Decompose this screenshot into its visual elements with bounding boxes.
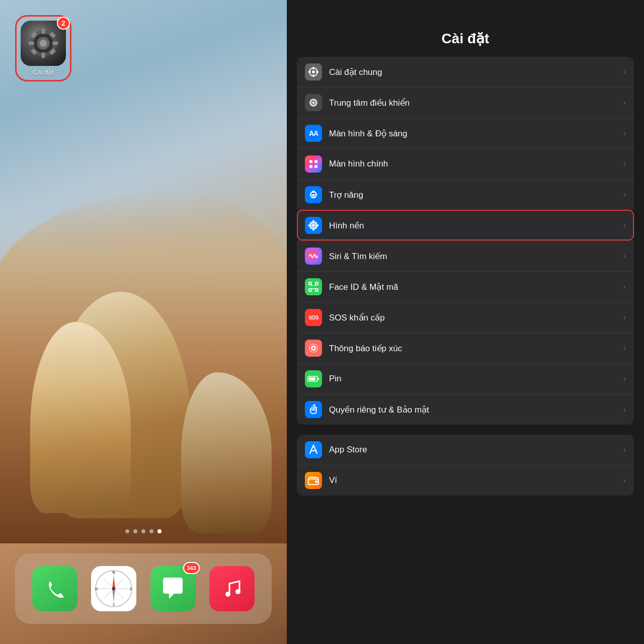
chevron-icon: › (623, 252, 626, 261)
accessibility-label: Trợ năng (329, 190, 619, 200)
gear-icon (26, 26, 61, 61)
dock-safari-app[interactable]: N S W E (91, 566, 136, 611)
svg-point-26 (235, 589, 240, 594)
svg-point-47 (312, 227, 315, 231)
svg-rect-57 (315, 289, 318, 291)
chevron-icon: › (623, 344, 626, 353)
page-dot-4 (149, 529, 153, 533)
page-dot-1 (125, 529, 129, 533)
settings-item-battery[interactable]: Pin › (297, 363, 634, 394)
appstore-label: App Store (329, 445, 619, 455)
svg-text:W: W (95, 587, 99, 591)
settings-item-privacy[interactable]: Quyền riêng tư & Bảo mật › (297, 394, 634, 425)
svg-point-46 (312, 220, 315, 224)
privacy-label: Quyền riêng tư & Bảo mật (329, 405, 619, 415)
svg-point-28 (312, 70, 315, 73)
general-icon (305, 63, 322, 80)
siri-icon (305, 248, 322, 265)
safari-icon: N S W E (94, 569, 134, 609)
chevron-icon: › (623, 374, 626, 383)
svg-rect-38 (309, 165, 312, 168)
settings-item-wallet[interactable]: Ví › (297, 465, 634, 496)
svg-point-45 (312, 224, 315, 227)
svg-rect-5 (42, 52, 45, 58)
display-label: Màn hình & Độ sáng (329, 128, 619, 139)
settings-group-1: Cài đặt chung › Trung tâm điều khiển › (297, 57, 634, 425)
settings-item-appstore[interactable]: App Store › (297, 435, 634, 465)
settings-group-2: App Store › Ví › (297, 435, 634, 496)
siri-waveform-icon (308, 251, 318, 261)
chevron-icon: › (623, 476, 626, 485)
settings-app-label: Cài đặt (21, 68, 66, 76)
settings-item-wallpaper[interactable]: Hình nền › (297, 210, 634, 240)
chevron-icon: › (623, 221, 626, 230)
svg-point-59 (314, 285, 315, 286)
settings-item-accessibility[interactable]: Trợ năng › (297, 179, 634, 210)
grid-icon (308, 159, 318, 169)
svg-rect-64 (317, 378, 319, 380)
phone-icon (42, 576, 67, 601)
home-screen: 2 Cài đặt (0, 0, 287, 644)
svg-text:S: S (113, 603, 115, 606)
hand-icon (308, 404, 319, 415)
settings-item-exposure[interactable]: Thông báo tiếp xúc › (297, 333, 634, 363)
settings-header: Cài đặt (287, 0, 644, 57)
svg-point-25 (225, 592, 230, 597)
wallet-label: Ví (329, 475, 619, 486)
wallpaper-background (0, 0, 287, 644)
svg-point-20 (112, 587, 115, 590)
svg-point-62 (312, 347, 314, 349)
sos-icon: SOS (305, 309, 322, 326)
svg-point-3 (40, 40, 47, 47)
settings-item-home-screen[interactable]: Màn hình chính › (297, 148, 634, 179)
svg-rect-54 (309, 282, 311, 285)
app-dock: N S W E 343 (15, 553, 272, 624)
settings-item-siri[interactable]: Siri & Tìm kiếm › (297, 240, 634, 271)
chevron-icon: › (623, 445, 626, 454)
faceid-label: Face ID & Mật mã (329, 282, 619, 292)
wallet-icon (305, 472, 322, 489)
chevron-icon: › (623, 98, 626, 107)
settings-item-faceid[interactable]: Face ID & Mật mã › (297, 271, 634, 302)
chevron-icon: › (623, 313, 626, 322)
dock-messages-app[interactable]: 343 (150, 566, 196, 611)
svg-point-35 (312, 102, 315, 104)
settings-item-control-center[interactable]: Trung tâm điều khiển › (297, 87, 634, 118)
home-screen-label: Màn hình chính (329, 159, 619, 169)
messages-badge: 343 (183, 562, 199, 574)
messages-icon (159, 575, 187, 603)
page-dot-5-active (157, 529, 162, 533)
dock-phone-app[interactable] (32, 566, 77, 611)
settings-item-display[interactable]: AA Màn hình & Độ sáng › (297, 118, 634, 148)
svg-rect-55 (315, 282, 318, 285)
control-center-label: Trung tâm điều khiển (329, 98, 619, 108)
settings-app-selected-container: 2 Cài đặt (15, 15, 71, 82)
page-dot-3 (141, 529, 145, 533)
chevron-icon: › (623, 67, 626, 76)
exposure-label: Thông báo tiếp xúc (329, 343, 619, 354)
settings-panel: Cài đặt Cài đặt chung › (287, 0, 644, 644)
svg-point-49 (315, 224, 319, 227)
battery-icon (305, 370, 322, 387)
svg-rect-32 (316, 71, 318, 73)
svg-point-58 (311, 285, 312, 286)
svg-rect-39 (314, 165, 317, 168)
settings-page-title: Cài đặt (297, 30, 634, 47)
svg-rect-36 (309, 160, 312, 163)
general-label: Cài đặt chung (329, 67, 619, 77)
music-icon (219, 576, 245, 601)
wallet-shape-icon (308, 476, 319, 485)
svg-rect-65 (309, 377, 315, 380)
svg-rect-7 (52, 42, 58, 45)
settings-item-sos[interactable]: SOS SOS khẩn cấp › (297, 302, 634, 333)
accessibility-icon (305, 186, 322, 203)
chevron-icon: › (623, 405, 626, 414)
battery-label: Pin (329, 374, 619, 384)
chevron-icon: › (623, 282, 626, 291)
dock-music-app[interactable] (209, 566, 255, 611)
svg-rect-30 (313, 74, 314, 77)
svg-rect-67 (315, 480, 318, 483)
page-dot-2 (133, 529, 137, 533)
settings-item-general[interactable]: Cài đặt chung › (297, 57, 634, 87)
chevron-icon: › (623, 159, 626, 169)
